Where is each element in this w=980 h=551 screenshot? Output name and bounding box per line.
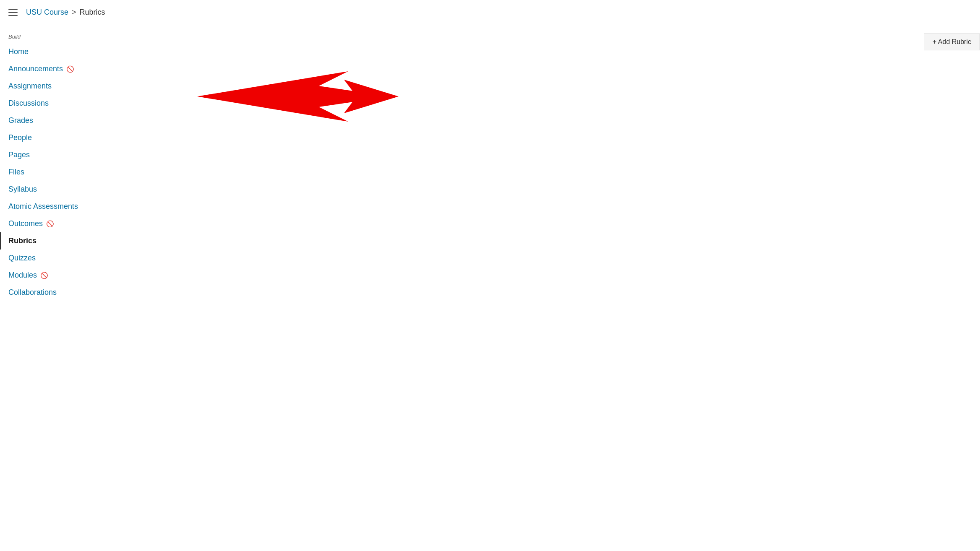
sidebar-item-discussions[interactable]: Discussions (0, 95, 92, 112)
topbar: USU Course > Rubrics (0, 0, 980, 25)
sidebar-item-pages[interactable]: Pages (0, 146, 92, 164)
add-rubric-button[interactable]: + Add Rubric (924, 34, 980, 50)
sidebar-item-outcomes[interactable]: Outcomes 🚫 (0, 215, 92, 232)
breadcrumb-current-page: Rubrics (80, 8, 105, 17)
sidebar-item-modules[interactable]: Modules 🚫 (0, 267, 92, 284)
sidebar-item-grades[interactable]: Grades (0, 112, 92, 129)
announcements-visibility-icon[interactable]: 🚫 (66, 65, 74, 73)
sidebar-item-quizzes[interactable]: Quizzes (0, 250, 92, 267)
svg-marker-0 (197, 71, 390, 122)
breadcrumb-separator: > (72, 8, 76, 17)
sidebar-item-syllabus[interactable]: Syllabus (0, 181, 92, 198)
sidebar-item-collaborations[interactable]: Collaborations (0, 284, 92, 301)
arrow-annotation (197, 50, 399, 143)
sidebar-item-home[interactable]: Home (0, 43, 92, 60)
breadcrumb: USU Course > Rubrics (26, 8, 105, 17)
breadcrumb-course-link[interactable]: USU Course (26, 8, 68, 17)
svg-marker-1 (344, 80, 399, 113)
sidebar-item-people[interactable]: People (0, 129, 92, 146)
sidebar-item-files[interactable]: Files (0, 164, 92, 181)
sidebar-item-rubrics[interactable]: Rubrics (0, 232, 92, 250)
sidebar: Build Home Announcements 🚫 Assignments D… (0, 25, 92, 551)
sidebar-section-label: Build (0, 34, 92, 43)
outcomes-visibility-icon[interactable]: 🚫 (46, 220, 54, 228)
sidebar-item-assignments[interactable]: Assignments (0, 78, 92, 95)
sidebar-item-atomic-assessments[interactable]: Atomic Assessments (0, 198, 92, 215)
hamburger-menu[interactable] (8, 9, 18, 16)
sidebar-item-announcements[interactable]: Announcements 🚫 (0, 60, 92, 78)
content-area: + Add Rubric (92, 25, 980, 551)
main-layout: Build Home Announcements 🚫 Assignments D… (0, 25, 980, 551)
modules-visibility-icon[interactable]: 🚫 (40, 272, 48, 279)
